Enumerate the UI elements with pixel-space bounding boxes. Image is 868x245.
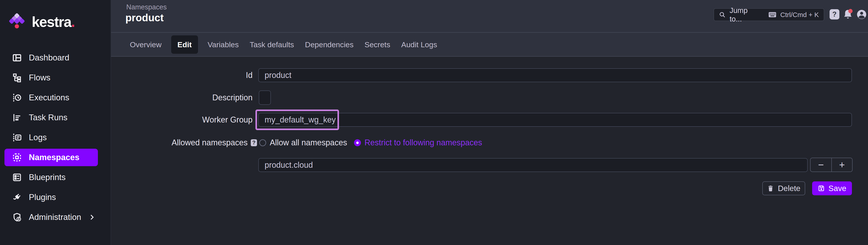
sidebar-item-namespaces[interactable]: Namespaces	[4, 149, 98, 166]
sidebar-item-label: Flows	[29, 73, 51, 82]
sidebar-item-task-runs[interactable]: Task Runs	[4, 109, 98, 126]
sidebar-item-label: Blueprints	[29, 173, 66, 182]
worker-group-input[interactable]	[258, 113, 852, 127]
description-label: Description	[111, 93, 252, 103]
sidebar-nav: Dashboard Flows Executions Task Runs Log…	[0, 47, 111, 228]
search-icon	[719, 11, 726, 18]
tab-edit[interactable]: Edit	[171, 35, 198, 54]
breadcrumb[interactable]: Namespaces	[126, 3, 167, 11]
sidebar-item-label: Executions	[29, 93, 69, 102]
sidebar-item-blueprints[interactable]: Blueprints	[4, 169, 98, 186]
tab-secrets[interactable]: Secrets	[365, 40, 390, 49]
top-bar: Namespaces product Jump to... Ctrl/Cmd +…	[111, 0, 868, 32]
sidebar-item-label: Plugins	[29, 193, 56, 202]
sidebar-item-administration[interactable]: Administration	[4, 209, 98, 226]
executions-icon	[12, 93, 22, 103]
radio-allow-all-namespaces[interactable]: Allow all namespaces	[259, 138, 347, 147]
sidebar-item-logs[interactable]: Logs	[4, 129, 98, 146]
sidebar-item-label: Namespaces	[29, 153, 79, 162]
radio-checked-icon	[354, 139, 361, 146]
flows-icon	[12, 73, 22, 83]
tab-dependencies[interactable]: Dependencies	[305, 40, 353, 49]
blueprints-icon	[12, 172, 22, 182]
notifications-bell-icon[interactable]	[842, 8, 854, 20]
edit-form: Id Description Worker Group Allowed name…	[111, 57, 868, 245]
sidebar-item-dashboard[interactable]: Dashboard	[4, 49, 98, 66]
sidebar-item-executions[interactable]: Executions	[4, 89, 98, 106]
allowed-namespaces-label-row: Allowed namespaces ?	[111, 138, 257, 147]
chevron-right-icon	[88, 213, 96, 221]
namespace-stepper: − +	[810, 158, 852, 172]
plugins-icon	[12, 192, 22, 202]
remove-namespace-button[interactable]: −	[811, 158, 831, 171]
sidebar-item-label: Task Runs	[29, 113, 67, 122]
tab-variables[interactable]: Variables	[208, 40, 239, 49]
logs-icon	[12, 133, 22, 142]
id-input[interactable]	[258, 68, 852, 82]
search-shortcut: Ctrl/Cmd + K	[780, 11, 819, 19]
radio-restrict-namespaces[interactable]: Restrict to following namespaces	[354, 138, 482, 147]
radio-unchecked-icon	[259, 139, 266, 146]
sidebar-item-label: Administration	[29, 213, 81, 222]
tab-overview[interactable]: Overview	[130, 40, 162, 49]
save-icon	[818, 185, 825, 192]
sidebar-item-flows[interactable]: Flows	[4, 69, 98, 86]
jump-to-search[interactable]: Jump to... Ctrl/Cmd + K	[714, 8, 824, 21]
keyboard-icon	[769, 12, 776, 18]
logo-dot	[15, 24, 19, 28]
namespace-tabs: Overview Edit Variables Task defaults De…	[111, 32, 868, 57]
id-label: Id	[111, 70, 252, 80]
logo-wordmark: kestra.	[32, 15, 75, 29]
search-placeholder: Jump to...	[730, 6, 761, 23]
trash-icon	[767, 185, 774, 192]
tab-task-defaults[interactable]: Task defaults	[250, 40, 294, 49]
tab-audit-logs[interactable]: Audit Logs	[401, 40, 437, 49]
sidebar-item-label: Dashboard	[29, 53, 69, 62]
delete-button[interactable]: Delete	[762, 182, 805, 195]
kestra-logo-icon	[9, 13, 27, 31]
allowed-namespaces-label: Allowed namespaces	[172, 138, 248, 147]
help-tooltip-icon[interactable]: ?	[251, 139, 257, 146]
description-input[interactable]	[259, 90, 271, 105]
add-namespace-button[interactable]: +	[831, 158, 852, 171]
administration-icon	[12, 212, 22, 222]
save-button[interactable]: Save	[812, 182, 852, 195]
kestra-logo[interactable]: kestra.	[9, 13, 75, 31]
namespaces-icon	[12, 153, 22, 162]
worker-group-label: Worker Group	[111, 115, 252, 125]
page-title: product	[125, 12, 163, 24]
help-icon[interactable]: ?	[830, 9, 839, 20]
task-runs-icon	[12, 113, 22, 123]
sidebar-item-plugins[interactable]: Plugins	[4, 189, 98, 206]
sidebar-item-label: Logs	[29, 133, 47, 142]
sidebar: kestra. Dashboard Flows Executions Task …	[0, 0, 111, 245]
header-icons: ?	[830, 8, 867, 20]
user-avatar[interactable]	[857, 9, 867, 20]
namespace-value-input[interactable]	[258, 158, 808, 172]
dashboard-icon	[12, 53, 22, 63]
